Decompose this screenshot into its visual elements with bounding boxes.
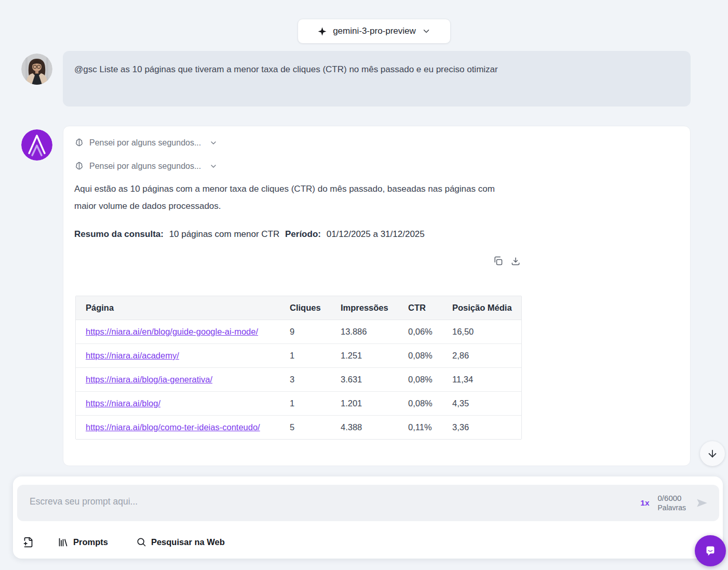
assistant-message-card: Pensei por alguns segundos... Pensei por… xyxy=(63,126,691,466)
position-cell: 3,36 xyxy=(444,416,522,439)
ctr-cell: 0,06% xyxy=(400,320,444,343)
column-header: Posição Média xyxy=(444,296,522,320)
ctr-cell: 0,08% xyxy=(400,368,444,391)
user-message-text: @gsc Liste as 10 páginas que tiveram a m… xyxy=(74,61,531,78)
composer-panel: 1x 0/6000 Palavras xyxy=(13,476,723,559)
page-link[interactable]: https://niara.ai/en/blog/guide-google-ai… xyxy=(86,325,273,338)
copy-icon xyxy=(493,256,503,266)
position-cell: 2,86 xyxy=(444,344,522,367)
app-root: gemini-3-pro-preview @gsc L xyxy=(0,0,728,570)
page-link[interactable]: https://niara.ai/blog/ xyxy=(86,397,273,410)
column-header: Cliques xyxy=(281,296,332,320)
clicks-cell: 3 xyxy=(281,368,332,391)
assistant-avatar xyxy=(21,129,52,161)
arrow-down-icon xyxy=(707,448,718,459)
word-count-value: 0/6000 xyxy=(658,494,686,503)
thinking-toggle[interactable]: Pensei por alguns segundos... xyxy=(74,138,218,148)
search-icon xyxy=(136,537,146,547)
period-label: Período: xyxy=(285,229,321,239)
word-counter: 0/6000 Palavras xyxy=(658,494,686,512)
file-plus-icon xyxy=(23,537,34,548)
model-selector[interactable]: gemini-3-pro-preview xyxy=(298,19,451,44)
thinking-label: Pensei por alguns segundos... xyxy=(89,138,201,148)
position-cell: 16,50 xyxy=(444,320,522,343)
query-summary: Resumo da consulta: 10 páginas com menor… xyxy=(74,229,428,240)
prompts-label: Prompts xyxy=(73,537,108,547)
ctr-cell: 0,08% xyxy=(400,344,444,367)
user-avatar xyxy=(21,54,52,85)
column-header: Página xyxy=(76,296,281,320)
attach-file-button[interactable] xyxy=(23,537,34,548)
scroll-to-bottom-button[interactable] xyxy=(700,441,725,466)
library-icon xyxy=(58,537,69,548)
table-row: https://niara.ai/blog/ 1 1.201 0,08% 4,3… xyxy=(76,392,521,416)
page-link[interactable]: https://niara.ai/blog/como-ter-ideias-co… xyxy=(86,421,273,434)
table-header-row: Página Cliques Impressões CTR Posição Mé… xyxy=(76,296,521,320)
column-header: Impressões xyxy=(332,296,400,320)
composer-controls: 1x 0/6000 Palavras xyxy=(640,485,710,521)
user-avatar-image xyxy=(21,54,52,85)
model-selector-label: gemini-3-pro-preview xyxy=(333,26,416,36)
assistant-intro-text: Aqui estão as 10 páginas com a menor tax… xyxy=(74,180,510,215)
position-cell: 11,34 xyxy=(444,368,522,391)
download-button[interactable] xyxy=(510,256,521,266)
table-row: https://niara.ai/academy/ 1 1.251 0,08% … xyxy=(76,344,521,368)
user-message-bubble: @gsc Liste as 10 páginas que tiveram a m… xyxy=(63,51,691,107)
prompts-button[interactable]: Prompts xyxy=(58,537,108,548)
brain-icon xyxy=(74,138,84,148)
table-row: https://niara.ai/blog/como-ter-ideias-co… xyxy=(76,416,521,439)
summary-value: 10 páginas com menor CTR xyxy=(169,229,280,239)
table-row: https://niara.ai/blog/ia-generativa/ 3 3… xyxy=(76,368,521,392)
column-header: CTR xyxy=(400,296,444,320)
results-table: Página Cliques Impressões CTR Posição Mé… xyxy=(75,296,522,440)
ctr-cell: 0,08% xyxy=(400,392,444,415)
brain-icon xyxy=(74,161,84,171)
table-row: https://niara.ai/en/blog/guide-google-ai… xyxy=(76,320,521,344)
ctr-cell: 0,11% xyxy=(400,416,444,439)
web-search-button[interactable]: Pesquisar na Web xyxy=(136,537,225,547)
summary-label: Resumo da consulta: xyxy=(74,229,164,239)
impressions-cell: 1.201 xyxy=(332,392,400,415)
impressions-cell: 13.886 xyxy=(332,320,400,343)
chevron-down-icon xyxy=(209,162,218,170)
prompt-input[interactable] xyxy=(30,485,601,521)
composer-toolbar: Prompts Pesquisar na Web xyxy=(23,532,225,552)
send-icon xyxy=(695,496,709,510)
page-link[interactable]: https://niara.ai/blog/ia-generativa/ xyxy=(86,373,273,386)
multiplier-badge[interactable]: 1x xyxy=(640,498,649,508)
table-body: https://niara.ai/en/blog/guide-google-ai… xyxy=(76,320,521,439)
clicks-cell: 1 xyxy=(281,344,332,367)
page-link[interactable]: https://niara.ai/academy/ xyxy=(86,349,273,362)
chevron-down-icon xyxy=(209,139,218,147)
download-icon xyxy=(510,256,521,266)
period-value: 01/12/2025 a 31/12/2025 xyxy=(327,229,425,239)
impressions-cell: 3.631 xyxy=(332,368,400,391)
impressions-cell: 1.251 xyxy=(332,344,400,367)
clicks-cell: 9 xyxy=(281,320,332,343)
chat-bubble-icon xyxy=(702,542,719,559)
prompt-input-box[interactable]: 1x 0/6000 Palavras xyxy=(17,485,719,521)
sparkle-icon xyxy=(317,26,327,36)
niara-logo-icon xyxy=(21,129,52,161)
chevron-down-icon xyxy=(422,26,431,36)
copy-button[interactable] xyxy=(493,256,503,266)
thinking-label: Pensei por alguns segundos... xyxy=(89,162,201,171)
web-search-label: Pesquisar na Web xyxy=(151,537,225,547)
send-button[interactable] xyxy=(694,496,710,510)
thinking-toggle[interactable]: Pensei por alguns segundos... xyxy=(74,161,218,171)
chat-widget-button[interactable] xyxy=(695,535,726,566)
clicks-cell: 1 xyxy=(281,392,332,415)
table-actions xyxy=(493,256,521,266)
impressions-cell: 4.388 xyxy=(332,416,400,439)
position-cell: 4,35 xyxy=(444,392,522,415)
word-count-unit: Palavras xyxy=(658,503,686,512)
clicks-cell: 5 xyxy=(281,416,332,439)
